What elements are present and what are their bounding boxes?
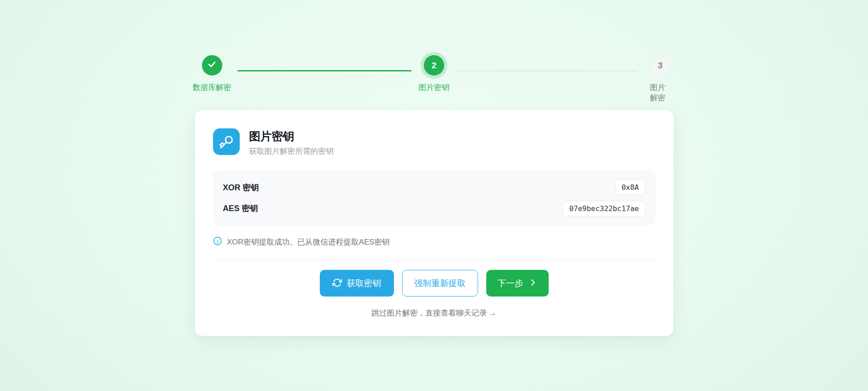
step-database-decrypt[interactable]: 数据库解密 — [193, 55, 231, 93]
step-image-key[interactable]: 2 图片密钥 — [419, 55, 450, 93]
step-label: 图片密钥 — [419, 82, 450, 93]
xor-key-row: XOR 密钥 0x8A — [223, 179, 645, 197]
chevron-right-icon — [528, 278, 537, 288]
image-key-card: 图片密钥 获取图片解密所需的密钥 XOR 密钥 0x8A AES 密钥 07e9… — [195, 110, 674, 336]
next-step-label: 下一步 — [498, 279, 523, 287]
divider — [213, 259, 655, 260]
aes-key-row: AES 密钥 07e9bec322bc17ae — [223, 200, 645, 218]
aes-key-label: AES 密钥 — [223, 203, 258, 214]
force-reextract-button[interactable]: 强制重新提取 — [402, 270, 478, 297]
step-completed-circle — [202, 55, 222, 75]
force-reextract-label: 强制重新提取 — [414, 279, 466, 287]
step-label: 数据库解密 — [193, 82, 231, 93]
aes-key-value: 07e9bec322bc17ae — [563, 201, 645, 217]
fetch-key-label: 获取密钥 — [347, 279, 381, 287]
key-panel: XOR 密钥 0x8A AES 密钥 07e9bec322bc17ae — [213, 171, 655, 225]
card-header: 图片密钥 获取图片解密所需的密钥 — [213, 128, 655, 156]
xor-key-label: XOR 密钥 — [223, 182, 259, 193]
key-icon — [213, 128, 240, 155]
wizard-stepper: 数据库解密 2 图片密钥 3 图片解密 — [195, 50, 674, 91]
stepper-connector-completed — [237, 70, 412, 71]
card-title: 图片密钥 — [249, 129, 334, 143]
info-icon — [213, 236, 222, 248]
step-active-circle: 2 — [424, 55, 444, 75]
fetch-key-button[interactable]: 获取密钥 — [320, 270, 394, 297]
xor-key-value: 0x8A — [615, 179, 645, 195]
action-buttons: 获取密钥 强制重新提取 下一步 — [213, 270, 655, 297]
next-step-button[interactable]: 下一步 — [486, 270, 549, 297]
refresh-icon — [332, 278, 342, 289]
check-icon — [207, 59, 217, 71]
status-message-row: XOR密钥提取成功。已从微信进程提取AES密钥 — [213, 236, 655, 248]
skip-decrypt-link[interactable]: 跳过图片解密，直接查看聊天记录 → — [371, 309, 497, 317]
status-message: XOR密钥提取成功。已从微信进程提取AES密钥 — [227, 237, 390, 247]
step-pending-circle: 3 — [650, 55, 670, 75]
skip-row: 跳过图片解密，直接查看聊天记录 → — [213, 308, 655, 318]
step-label: 图片解密 — [650, 82, 670, 103]
stepper-connector-pending — [458, 70, 637, 71]
card-subtitle: 获取图片解密所需的密钥 — [249, 146, 334, 156]
card-header-text: 图片密钥 获取图片解密所需的密钥 — [249, 128, 334, 156]
step-image-decrypt[interactable]: 3 图片解密 — [650, 55, 670, 103]
